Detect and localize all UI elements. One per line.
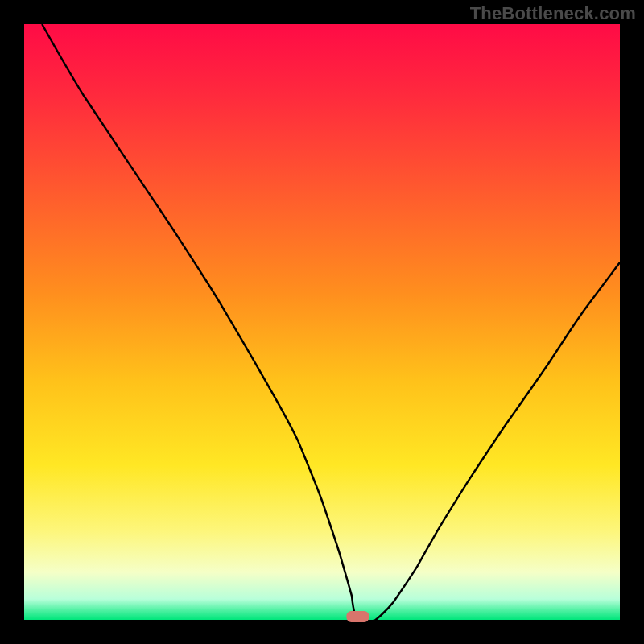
chart-frame: TheBottleneck.com <box>0 0 644 644</box>
bottleneck-chart <box>0 0 644 644</box>
optimum-marker <box>346 611 369 622</box>
plot-background <box>24 24 620 620</box>
watermark-text: TheBottleneck.com <box>470 3 636 24</box>
